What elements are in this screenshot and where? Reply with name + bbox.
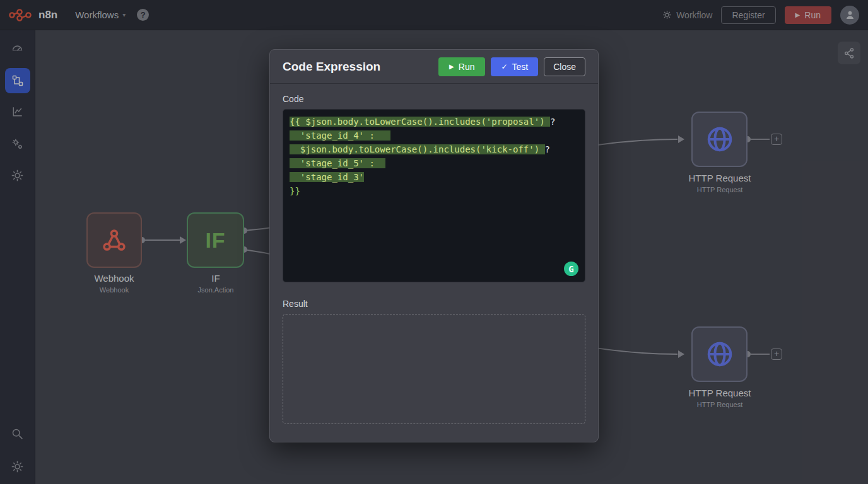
play-icon: ▶ — [449, 64, 454, 70]
result-label: Result — [283, 299, 585, 309]
code-editor[interactable]: {{ $json.body.toLowerCase().includes('pr… — [283, 109, 585, 282]
modal-test-button[interactable]: ✓ Test — [491, 57, 538, 76]
modal-header: Code Expression ▶ Run ✓ Test Close — [270, 50, 598, 84]
modal-close-label: Close — [553, 62, 576, 72]
modal-close-button[interactable]: Close — [544, 57, 585, 76]
result-box — [283, 314, 585, 424]
modal-test-label: Test — [512, 62, 529, 72]
grammarly-badge[interactable]: G — [564, 262, 578, 276]
code-expression-modal: Code Expression ▶ Run ✓ Test Close Code … — [269, 49, 599, 442]
modal-title: Code Expression — [283, 60, 380, 74]
modal-run-button[interactable]: ▶ Run — [438, 57, 485, 76]
code-editor-lines: {{ $json.body.toLowerCase().includes('pr… — [290, 115, 578, 198]
modal-run-label: Run — [459, 62, 475, 72]
code-label: Code — [283, 94, 585, 104]
check-icon: ✓ — [501, 63, 507, 71]
